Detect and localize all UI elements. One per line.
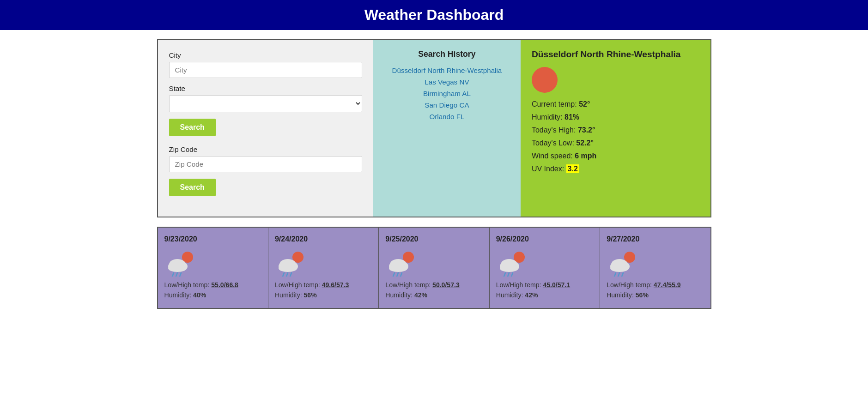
uv-row: UV Index: 3.2 xyxy=(532,165,699,173)
wind-row: Wind speed: 6 mph xyxy=(532,152,699,160)
svg-line-15 xyxy=(290,273,291,277)
svg-point-36 xyxy=(610,265,629,272)
forecast-humidity: Humidity: 40% xyxy=(164,291,261,299)
svg-line-31 xyxy=(511,273,513,277)
wind-value: 6 mph xyxy=(575,152,596,160)
humidity-label: Humidity: xyxy=(532,113,563,121)
forecast-low-high: Low/High temp: 55.0/66.8 xyxy=(164,281,261,289)
svg-point-4 xyxy=(168,265,187,272)
forecast-low-high: Low/High temp: 47.4/55.9 xyxy=(607,281,704,289)
zip-label: Zip Code xyxy=(169,145,362,153)
high-value: 73.2° xyxy=(578,126,595,134)
high-label: Today's High: xyxy=(532,126,576,134)
current-temp-label: Current temp: xyxy=(532,100,577,108)
history-item[interactable]: Birmingham AL xyxy=(382,90,511,97)
history-title: Search History xyxy=(382,49,511,59)
svg-point-28 xyxy=(500,265,518,272)
forecast-weather-icon xyxy=(496,249,528,277)
city-label: City xyxy=(169,51,362,59)
svg-line-29 xyxy=(504,273,505,277)
svg-point-20 xyxy=(389,265,407,272)
forecast-date: 9/23/2020 xyxy=(164,235,261,243)
humidity-value: 81% xyxy=(565,113,579,121)
svg-line-30 xyxy=(508,273,509,277)
page-title: Weather Dashboard xyxy=(364,6,504,23)
svg-line-21 xyxy=(393,273,395,277)
svg-line-38 xyxy=(618,273,619,277)
forecast-date: 9/24/2020 xyxy=(275,235,372,243)
forecast-card: 9/27/2020 Low/High temp: 47.4/55.9 Humid… xyxy=(600,228,710,308)
state-select[interactable] xyxy=(169,95,362,112)
forecast-date: 9/25/2020 xyxy=(385,235,482,243)
forecast-humidity: Humidity: 42% xyxy=(385,291,482,299)
svg-point-12 xyxy=(279,265,297,272)
uv-value: 3.2 xyxy=(566,164,579,173)
forecast-weather-icon xyxy=(385,249,418,277)
current-temp-value: 52° xyxy=(579,100,590,108)
zip-search-button[interactable]: Search xyxy=(169,179,216,196)
svg-line-22 xyxy=(397,273,398,277)
svg-line-37 xyxy=(614,273,616,277)
svg-line-39 xyxy=(622,273,623,277)
state-label: State xyxy=(169,84,362,92)
humidity-row: Humidity: 81% xyxy=(532,113,699,121)
forecast-humidity: Humidity: 42% xyxy=(496,291,593,299)
forecast-card: 9/23/2020 Low/High temp: 55.0/66.8 Humid… xyxy=(158,228,268,308)
forecast-weather-icon xyxy=(164,249,197,277)
forecast-card: 9/24/2020 Low/High temp: 49.6/57.3 Humid… xyxy=(268,228,379,308)
forecast-date: 9/26/2020 xyxy=(496,235,593,243)
low-value: 52.2° xyxy=(576,139,594,147)
history-panel: Search History Düsseldorf North Rhine-We… xyxy=(373,40,521,217)
forecast-date: 9/27/2020 xyxy=(607,235,704,243)
sun-icon xyxy=(532,67,558,93)
forecast-humidity: Humidity: 56% xyxy=(607,291,704,299)
weather-panel: Düsseldorf North Rhine-Westphalia Curren… xyxy=(521,40,710,217)
weather-city: Düsseldorf North Rhine-Westphalia xyxy=(532,49,699,60)
wind-label: Wind speed: xyxy=(532,152,573,160)
forecast-card: 9/25/2020 Low/High temp: 50.0/57.3 Humid… xyxy=(379,228,489,308)
forecast-humidity: Humidity: 56% xyxy=(275,291,372,299)
svg-line-6 xyxy=(176,273,177,277)
svg-line-7 xyxy=(180,273,181,277)
history-item[interactable]: Düsseldorf North Rhine-Westphalia xyxy=(382,66,511,74)
zip-input[interactable] xyxy=(169,156,362,172)
history-list: Düsseldorf North Rhine-WestphaliaLas Veg… xyxy=(382,66,511,121)
forecast-weather-icon xyxy=(607,249,639,277)
low-label: Today's Low: xyxy=(532,139,574,147)
history-item[interactable]: Orlando FL xyxy=(382,113,511,121)
city-search-button[interactable]: Search xyxy=(169,119,216,136)
high-row: Today's High: 73.2° xyxy=(532,126,699,134)
forecast-card: 9/26/2020 Low/High temp: 45.0/57.1 Humid… xyxy=(490,228,600,308)
svg-line-5 xyxy=(172,273,174,277)
svg-line-13 xyxy=(283,273,284,277)
current-temp-row: Current temp: 52° xyxy=(532,100,699,109)
history-item[interactable]: San Diego CA xyxy=(382,101,511,109)
forecast-low-high: Low/High temp: 49.6/57.3 xyxy=(275,281,372,289)
city-input[interactable] xyxy=(169,62,362,78)
weather-stats: Current temp: 52° Humidity: 81% Today's … xyxy=(532,100,699,173)
top-section: City State Search Zip Code Search Search… xyxy=(157,39,711,217)
search-panel: City State Search Zip Code Search xyxy=(158,40,373,217)
history-item[interactable]: Las Vegas NV xyxy=(382,78,511,86)
forecast-section: 9/23/2020 Low/High temp: 55.0/66.8 Humid… xyxy=(157,227,711,309)
forecast-low-high: Low/High temp: 50.0/57.3 xyxy=(385,281,482,289)
uv-label: UV Index: xyxy=(532,165,564,173)
low-row: Today's Low: 52.2° xyxy=(532,139,699,147)
svg-line-23 xyxy=(401,273,402,277)
page-header: Weather Dashboard xyxy=(0,0,868,30)
forecast-low-high: Low/High temp: 45.0/57.1 xyxy=(496,281,593,289)
svg-line-14 xyxy=(286,273,288,277)
forecast-weather-icon xyxy=(275,249,307,277)
